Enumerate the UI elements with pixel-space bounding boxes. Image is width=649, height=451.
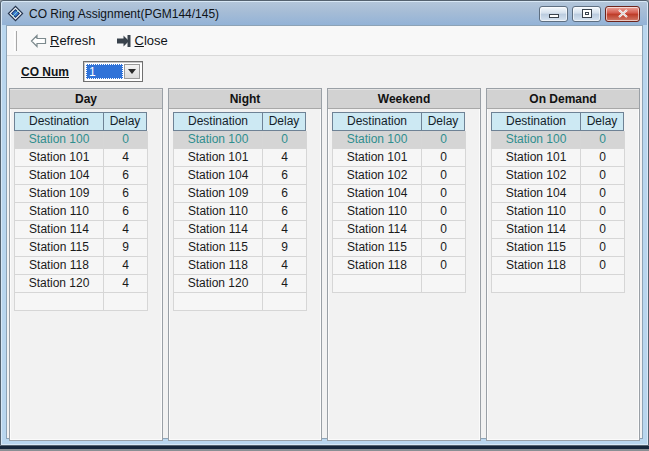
table-row[interactable]: Station 1020: [491, 167, 625, 185]
table-row[interactable]: Station 1106: [14, 203, 148, 221]
table-row[interactable]: Station 1204: [14, 275, 148, 293]
table-row[interactable]: Station 1150: [332, 239, 466, 257]
delay-cell: 0: [581, 203, 625, 221]
table-row[interactable]: Station 1096: [173, 185, 307, 203]
delay-cell: 0: [581, 221, 625, 239]
table-row[interactable]: Station 1000: [491, 131, 625, 149]
window-controls: [539, 6, 642, 22]
toolbar-gripper[interactable]: [14, 31, 17, 51]
panel-title: Day: [10, 89, 162, 109]
co-num-combobox[interactable]: 1: [83, 61, 143, 82]
close-action-button[interactable]: Close: [111, 31, 173, 50]
table-row[interactable]: Station 1204: [173, 275, 307, 293]
table-row[interactable]: Station 1144: [14, 221, 148, 239]
panels: Day Destination Delay Station 1000Statio…: [7, 87, 642, 442]
table-body: Station 1000Station 1014Station 1046Stat…: [173, 131, 307, 311]
table-row[interactable]: Station 1150: [491, 239, 625, 257]
table-row[interactable]: Station 1020: [332, 167, 466, 185]
delay-cell: 0: [581, 167, 625, 185]
delay-cell: [581, 275, 625, 293]
destination-cell: [332, 275, 422, 293]
table-body: Station 1000Station 1010Station 1020Stat…: [491, 131, 625, 293]
table-row[interactable]: Station 1140: [332, 221, 466, 239]
column-header-destination[interactable]: Destination: [14, 112, 104, 131]
table-row[interactable]: Station 1046: [14, 167, 148, 185]
close-action-label: Close: [135, 33, 168, 48]
column-header-delay[interactable]: Delay: [103, 112, 147, 131]
destination-cell: [173, 293, 263, 311]
panel-title: Weekend: [328, 89, 480, 109]
destination-cell: Station 110: [173, 203, 263, 221]
table-row[interactable]: Station 1184: [14, 257, 148, 275]
table-row[interactable]: Station 1180: [332, 257, 466, 275]
destination-cell: Station 110: [332, 203, 422, 221]
destination-cell: Station 100: [332, 131, 422, 149]
table-row[interactable]: Station 1100: [332, 203, 466, 221]
minimize-icon: [549, 14, 559, 18]
table-row[interactable]: Station 1144: [173, 221, 307, 239]
window-content: Refresh Close CO Num 1: [6, 25, 643, 439]
table-row[interactable]: Station 1100: [491, 203, 625, 221]
table-row[interactable]: Station 1159: [14, 239, 148, 257]
column-header-delay[interactable]: Delay: [262, 112, 306, 131]
maximize-button[interactable]: [572, 6, 601, 22]
delay-cell: 4: [104, 149, 148, 167]
table-row[interactable]: Station 1000: [332, 131, 466, 149]
table-header-row: Destination Delay: [173, 112, 307, 131]
destination-cell: Station 110: [491, 203, 581, 221]
table-row[interactable]: Station 1000: [173, 131, 307, 149]
destination-cell: [14, 293, 104, 311]
co-ring-assignment-window: CO Ring Assignment(PGM144/145): [0, 0, 649, 446]
table-header-row: Destination Delay: [332, 112, 466, 131]
delay-cell: 0: [581, 131, 625, 149]
destination-cell: Station 114: [14, 221, 104, 239]
column-header-destination[interactable]: Destination: [491, 112, 581, 131]
table-row[interactable]: Station 1000: [14, 131, 148, 149]
table-row[interactable]: Station 1180: [491, 257, 625, 275]
table-row[interactable]: Station 1010: [491, 149, 625, 167]
table-row[interactable]: Station 1140: [491, 221, 625, 239]
table-row[interactable]: Station 1096: [14, 185, 148, 203]
delay-cell: 0: [581, 185, 625, 203]
destination-cell: Station 100: [491, 131, 581, 149]
delay-cell: 4: [263, 257, 307, 275]
app-diamond-icon: [7, 5, 24, 22]
column-header-delay[interactable]: Delay: [580, 112, 624, 131]
delay-cell: 4: [263, 275, 307, 293]
delay-cell: 0: [422, 149, 466, 167]
co-num-dropdown-button[interactable]: [124, 64, 140, 79]
table-row[interactable]: Station 1010: [332, 149, 466, 167]
minimize-button[interactable]: [539, 6, 568, 22]
table-row[interactable]: Station 1040: [491, 185, 625, 203]
destination-cell: Station 102: [332, 167, 422, 185]
table-row[interactable]: Station 1040: [332, 185, 466, 203]
column-header-destination[interactable]: Destination: [173, 112, 263, 131]
destination-cell: Station 101: [491, 149, 581, 167]
arrow-left-icon: [30, 34, 47, 48]
table-row[interactable]: Station 1159: [173, 239, 307, 257]
delay-cell: 4: [104, 257, 148, 275]
panel-day: Day Destination Delay Station 1000Statio…: [9, 88, 163, 441]
table-row[interactable]: Station 1014: [14, 149, 148, 167]
delay-cell: 6: [104, 167, 148, 185]
table-row[interactable]: Station 1184: [173, 257, 307, 275]
close-button[interactable]: [605, 6, 640, 22]
co-num-label: CO Num: [21, 65, 69, 79]
table-row[interactable]: Station 1014: [173, 149, 307, 167]
refresh-button[interactable]: Refresh: [25, 31, 101, 50]
table-row[interactable]: Station 1106: [173, 203, 307, 221]
delay-cell: 0: [422, 167, 466, 185]
co-num-row: CO Num 1: [7, 56, 642, 87]
column-header-destination[interactable]: Destination: [332, 112, 422, 131]
co-num-selected-value[interactable]: 1: [86, 64, 123, 79]
refresh-label: Refresh: [50, 33, 96, 48]
delay-cell: 0: [422, 131, 466, 149]
panel-on-demand: On Demand Destination Delay Station 1000…: [486, 88, 640, 441]
table-row[interactable]: Station 1046: [173, 167, 307, 185]
delay-cell: 6: [263, 203, 307, 221]
destination-cell: Station 114: [332, 221, 422, 239]
column-header-delay[interactable]: Delay: [421, 112, 465, 131]
titlebar[interactable]: CO Ring Assignment(PGM144/145): [2, 2, 647, 25]
destination-cell: Station 114: [491, 221, 581, 239]
table-body: Station 1000Station 1014Station 1046Stat…: [14, 131, 148, 311]
